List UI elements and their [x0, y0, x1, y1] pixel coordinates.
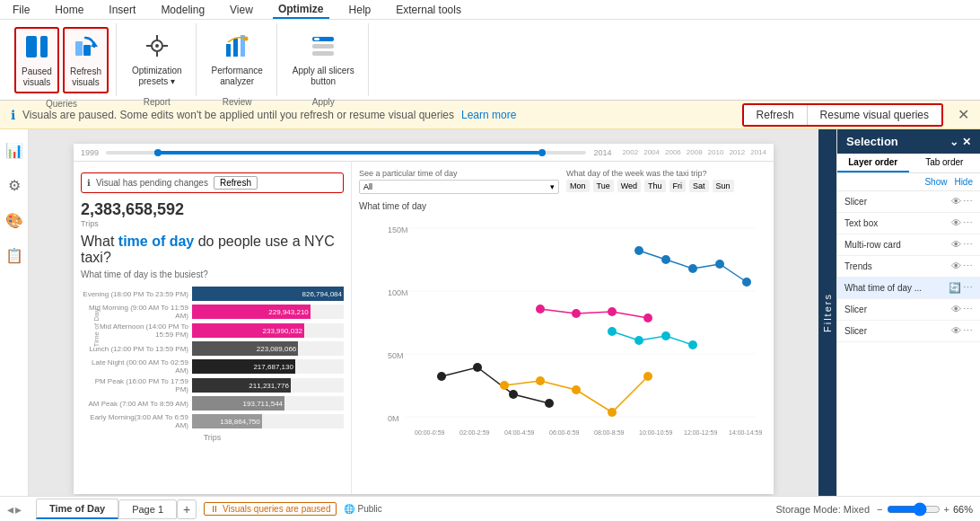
- paused-visuals-button[interactable]: Pausedvisuals: [14, 27, 59, 93]
- eye-icon-slicer-2[interactable]: 👁: [951, 304, 961, 315]
- menu-external-tools[interactable]: External tools: [390, 2, 467, 18]
- day-wed[interactable]: Wed: [617, 180, 641, 192]
- bar-fill-4: 217,687,130: [192, 359, 295, 374]
- timeline-handle-right[interactable]: [538, 149, 546, 156]
- svg-text:100M: 100M: [388, 288, 408, 297]
- filters-tab[interactable]: Filters: [818, 129, 836, 496]
- close-selection-icon[interactable]: ✕: [962, 136, 971, 148]
- ellipsis-icon-slicer-2[interactable]: ⋯: [963, 304, 973, 315]
- filter-time-dropdown[interactable]: All ▾: [359, 180, 559, 194]
- queries-label: Queries: [46, 95, 77, 109]
- scatter-svg: 150M 100M 50M 0M: [359, 215, 766, 448]
- timeline-start: 1999: [81, 148, 99, 157]
- menu-insert[interactable]: Insert: [103, 2, 141, 18]
- public-badge: 🌐 Public: [344, 504, 381, 514]
- performance-analyzer-button[interactable]: Performanceanalyzer: [206, 27, 269, 92]
- layer-item-trends: Trends 👁 ⋯: [837, 256, 980, 278]
- day-fri[interactable]: Fri: [669, 180, 687, 192]
- info-bar-close-button[interactable]: ✕: [958, 106, 969, 123]
- add-page-button[interactable]: +: [177, 499, 197, 519]
- bar-row-7: Early Morning(3:00 AM To 6:59 AM) 138,86…: [81, 413, 344, 429]
- nav-right-arrow[interactable]: ▸: [15, 502, 22, 517]
- pending-refresh-button[interactable]: Refresh: [214, 176, 258, 190]
- eye-icon-trends[interactable]: 👁: [951, 260, 961, 272]
- apply-all-slicers-label: Apply all slicersbutton: [293, 66, 354, 87]
- nav-left-arrow[interactable]: ◂: [7, 502, 13, 517]
- day-thu[interactable]: Thu: [644, 180, 666, 192]
- ellipsis-icon-multirow[interactable]: ⋯: [963, 239, 973, 251]
- sidebar-chart-icon[interactable]: 📊: [0, 137, 29, 164]
- bar-fill-5: 211,231,776: [192, 378, 291, 393]
- menu-home[interactable]: Home: [49, 2, 89, 18]
- apply-label: Apply: [312, 93, 335, 107]
- scatter-plot-area: What time of day 150M 100M 50M 0M: [359, 201, 766, 435]
- refresh-button[interactable]: Refresh: [744, 105, 808, 125]
- ellipsis-icon-textbox[interactable]: ⋯: [963, 217, 973, 229]
- refresh-icon-what-time[interactable]: 🔄: [949, 282, 961, 294]
- refresh-visuals-icon: [71, 32, 100, 65]
- ellipsis-icon-slicer-1[interactable]: ⋯: [963, 196, 973, 208]
- day-tue[interactable]: Tue: [593, 180, 614, 192]
- tab-layer-order[interactable]: Layer order: [837, 154, 909, 172]
- ellipsis-icon-slicer-3[interactable]: ⋯: [963, 325, 973, 337]
- selection-header-icons: ⌄ ✕: [949, 136, 971, 148]
- bar-fill-7: 138,864,750: [192, 414, 262, 428]
- bar-value-6: 193,711,544: [243, 400, 284, 408]
- menu-bar: File Home Insert Modeling View Optimize …: [0, 0, 980, 20]
- eye-icon-multirow[interactable]: 👁: [951, 239, 961, 251]
- zoom-minus-icon[interactable]: −: [877, 504, 882, 515]
- pending-message: Visual has pending changes: [96, 178, 208, 188]
- sidebar-format-icon[interactable]: 🎨: [0, 207, 29, 234]
- tab-page-1[interactable]: Page 1: [118, 499, 177, 519]
- sidebar-data-icon[interactable]: 📋: [0, 242, 29, 269]
- show-control[interactable]: Show: [924, 177, 947, 187]
- refresh-visuals-button[interactable]: Refreshvisuals: [63, 27, 109, 93]
- tab-time-of-day[interactable]: Time of Day: [36, 499, 118, 519]
- collapse-icon[interactable]: ⌄: [949, 136, 958, 148]
- menu-modeling[interactable]: Modeling: [155, 2, 210, 18]
- layer-icons-trends: 👁 ⋯: [951, 260, 973, 272]
- menu-help[interactable]: Help: [344, 2, 377, 18]
- resume-visual-queries-button[interactable]: Resume visual queries: [808, 105, 941, 125]
- layer-name-slicer-3: Slicer: [844, 326, 948, 336]
- day-mon[interactable]: Mon: [566, 180, 590, 192]
- info-icon: ℹ: [11, 108, 15, 122]
- big-number-label: Trips: [81, 219, 344, 228]
- timeline-slider[interactable]: 1999 2014 2002200420062008201020122014: [74, 144, 774, 162]
- zoom-plus-icon[interactable]: +: [944, 504, 949, 515]
- bar-container-2: 233,990,032: [192, 323, 344, 338]
- selection-panel: Selection ⌄ ✕ Layer order Tab order Show…: [836, 129, 980, 496]
- timeline-years: 2002200420062008201020122014: [622, 148, 766, 156]
- eye-icon-textbox[interactable]: 👁: [951, 217, 961, 229]
- ellipsis-icon-what-time[interactable]: ⋯: [963, 282, 973, 294]
- bar-label-5: PM Peak (16:00 PM To 17:59 PM): [81, 377, 188, 393]
- day-sun[interactable]: Sun: [713, 180, 734, 192]
- eye-icon-slicer-1[interactable]: 👁: [951, 196, 961, 208]
- apply-all-slicers-button[interactable]: Apply all slicersbutton: [286, 27, 361, 92]
- menu-optimize[interactable]: Optimize: [273, 1, 329, 19]
- chart-title-highlight: time of day: [118, 234, 194, 249]
- eye-icon-slicer-3[interactable]: 👁: [951, 325, 961, 337]
- learn-more-link[interactable]: Learn more: [461, 109, 516, 121]
- optimization-presets-button[interactable]: Optimizationpresets ▾: [126, 27, 188, 92]
- tab-tab-order[interactable]: Tab order: [909, 154, 981, 172]
- menu-file[interactable]: File: [7, 2, 35, 18]
- timeline-track[interactable]: [106, 151, 586, 155]
- apply-all-slicers-icon: [309, 31, 337, 64]
- sidebar-filter-icon[interactable]: ⚙: [3, 172, 26, 199]
- layer-list: Slicer 👁 ⋯ Text box 👁 ⋯ Multi-row card 👁…: [837, 191, 980, 496]
- hide-control[interactable]: Hide: [954, 177, 973, 187]
- bar-container-5: 211,231,776: [192, 378, 344, 393]
- y-axis-label: Time of Day: [92, 309, 101, 348]
- day-sat[interactable]: Sat: [689, 180, 709, 192]
- ellipsis-icon-trends[interactable]: ⋯: [963, 260, 973, 272]
- selection-header: Selection ⌄ ✕: [837, 129, 980, 154]
- globe-icon: 🌐: [344, 504, 354, 514]
- bar-fill-0: 826,794,084: [192, 287, 344, 301]
- zoom-slider[interactable]: [887, 502, 941, 517]
- menu-view[interactable]: View: [224, 2, 258, 18]
- selection-tabs: Layer order Tab order: [837, 154, 980, 173]
- pause-icon: ⏸: [210, 504, 219, 514]
- filter-time-value: All: [363, 182, 372, 191]
- svg-rect-11: [226, 44, 231, 57]
